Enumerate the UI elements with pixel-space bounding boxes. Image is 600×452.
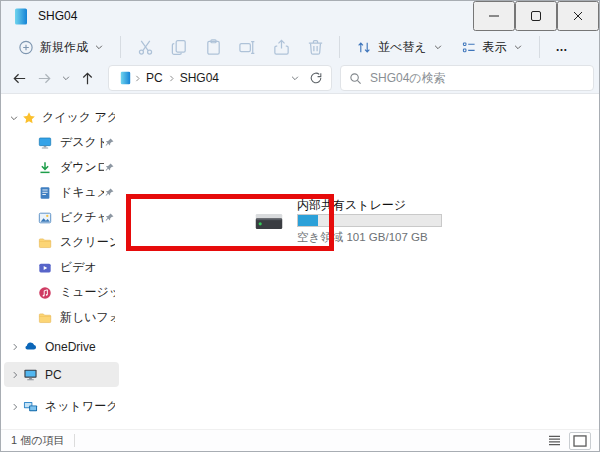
- new-button-label: 新規作成: [40, 39, 88, 56]
- titlebar: SHG04: [1, 1, 599, 31]
- pc-icon: [22, 367, 38, 383]
- close-button[interactable]: [557, 1, 599, 31]
- sidebar-item-desktop[interactable]: デスクトップ: [4, 130, 119, 155]
- scissors-icon: [136, 38, 155, 57]
- trash-icon: [306, 38, 325, 57]
- capacity-bar: [297, 214, 442, 227]
- sidebar-item-label: ピクチャ: [60, 209, 104, 226]
- sidebar-item-screenshots[interactable]: スクリーンショット: [4, 230, 119, 255]
- arrow-up-icon: [79, 70, 96, 87]
- maximize-button[interactable]: [515, 1, 557, 31]
- sidebar-item-music[interactable]: ミュージック: [4, 280, 119, 305]
- arrow-left-icon: [11, 70, 28, 87]
- pin-icon: [104, 187, 115, 198]
- sidebar-item-downloads[interactable]: ダウンロード: [4, 155, 119, 180]
- navigation-pane: クイック アクセス デスクトップ ダウンロード ドキュメント ピクチャ: [1, 105, 122, 419]
- sidebar-item-network[interactable]: ネットワーク: [4, 394, 119, 419]
- search-input[interactable]: [370, 71, 585, 85]
- sort-button-label: 並べ替え: [378, 39, 427, 56]
- sidebar-item-label: 新しいフォルダー: [60, 309, 115, 326]
- chevron-down-icon[interactable]: [7, 111, 21, 125]
- window-controls: [473, 1, 599, 31]
- desktop-icon: [37, 135, 53, 151]
- refresh-button[interactable]: [305, 67, 327, 89]
- statusbar-divider: [74, 434, 75, 447]
- back-button[interactable]: [7, 65, 32, 91]
- chevron-down-icon: [94, 42, 104, 52]
- address-bar[interactable]: PC SHG04: [108, 65, 332, 91]
- status-bar: 1 個の項目: [1, 429, 599, 451]
- sidebar-item-pc[interactable]: PC: [4, 362, 119, 387]
- drive-icon: [254, 210, 284, 233]
- thumbnail-view-icon: [573, 435, 587, 447]
- chevron-down-icon: [513, 42, 523, 52]
- onedrive-cloud-icon: [22, 339, 38, 355]
- sidebar-item-onedrive[interactable]: OneDrive: [4, 334, 119, 359]
- breadcrumb-pc[interactable]: PC: [142, 71, 167, 85]
- refresh-icon: [309, 71, 323, 85]
- chevron-down-icon: [61, 73, 71, 83]
- star-icon: [21, 110, 37, 126]
- sidebar-item-label: OneDrive: [45, 340, 96, 354]
- chevron-right-icon[interactable]: [8, 368, 22, 382]
- chevron-right-icon: [167, 74, 176, 83]
- sidebar-item-pictures[interactable]: ピクチャ: [4, 205, 119, 230]
- sidebar-item-documents[interactable]: ドキュメント: [4, 180, 119, 205]
- item-count: 1 個の項目: [11, 433, 64, 448]
- details-view-button[interactable]: [543, 432, 565, 450]
- sidebar-item-videos[interactable]: ビデオ: [4, 255, 119, 280]
- drive-name[interactable]: 内部共有ストレージ: [297, 197, 406, 214]
- share-button[interactable]: [264, 33, 298, 61]
- sidebar-item-label: ドキュメント: [60, 184, 104, 201]
- toolbar-divider: [339, 36, 340, 58]
- device-icon: [117, 70, 133, 86]
- search-icon: [349, 72, 362, 85]
- recent-locations-button[interactable]: [57, 65, 75, 91]
- documents-icon: [37, 185, 53, 201]
- breadcrumb-shg04[interactable]: SHG04: [176, 71, 223, 85]
- new-button[interactable]: 新規作成: [9, 33, 113, 61]
- view-list-icon: [461, 39, 477, 55]
- paste-button[interactable]: [196, 33, 230, 61]
- address-dropdown-button[interactable]: [285, 67, 305, 89]
- chevron-right-icon[interactable]: [8, 340, 22, 354]
- sidebar-item-label: クイック アクセス: [42, 109, 115, 126]
- search-box[interactable]: [340, 65, 594, 91]
- sidebar-item-new-folder[interactable]: 新しいフォルダー: [4, 305, 119, 330]
- sidebar-item-label: デスクトップ: [60, 134, 104, 151]
- forward-button[interactable]: [32, 65, 57, 91]
- view-button[interactable]: 表示: [452, 33, 532, 61]
- ellipsis-icon: …: [556, 40, 569, 54]
- sidebar-item-quick-access[interactable]: クイック アクセス: [4, 105, 119, 130]
- details-view-icon: [548, 435, 561, 446]
- pictures-icon: [37, 210, 53, 226]
- sidebar-item-label: PC: [45, 368, 62, 382]
- rename-button[interactable]: [230, 33, 264, 61]
- cut-button[interactable]: [128, 33, 162, 61]
- music-icon: [37, 285, 53, 301]
- up-button[interactable]: [75, 65, 100, 91]
- view-toggles: [543, 432, 591, 450]
- capacity-bar-fill: [298, 215, 318, 226]
- minimize-button[interactable]: [473, 1, 515, 31]
- rename-icon: [238, 38, 257, 57]
- chevron-down-icon: [290, 73, 300, 83]
- sidebar-item-label: ミュージック: [60, 284, 115, 301]
- copy-button[interactable]: [162, 33, 196, 61]
- command-toolbar: 新規作成 並べ替え 表示 …: [1, 31, 599, 63]
- copy-icon: [170, 38, 189, 57]
- more-options-button[interactable]: …: [547, 33, 578, 61]
- pin-icon: [104, 212, 115, 223]
- sidebar-item-label: ネットワーク: [45, 398, 115, 415]
- drive-free-space: 空き領域 101 GB/107 GB: [297, 230, 428, 245]
- videos-icon: [37, 260, 53, 276]
- arrow-right-icon: [36, 70, 53, 87]
- delete-button[interactable]: [298, 33, 332, 61]
- file-list[interactable]: 内部共有ストレージ 空き領域 101 GB/107 GB: [122, 94, 599, 429]
- sort-button[interactable]: 並べ替え: [347, 33, 452, 61]
- window-title: SHG04: [38, 9, 77, 23]
- navigation-bar: PC SHG04: [1, 63, 599, 94]
- downloads-icon: [37, 160, 53, 176]
- large-thumbnails-view-button[interactable]: [569, 432, 591, 450]
- chevron-right-icon[interactable]: [8, 400, 22, 414]
